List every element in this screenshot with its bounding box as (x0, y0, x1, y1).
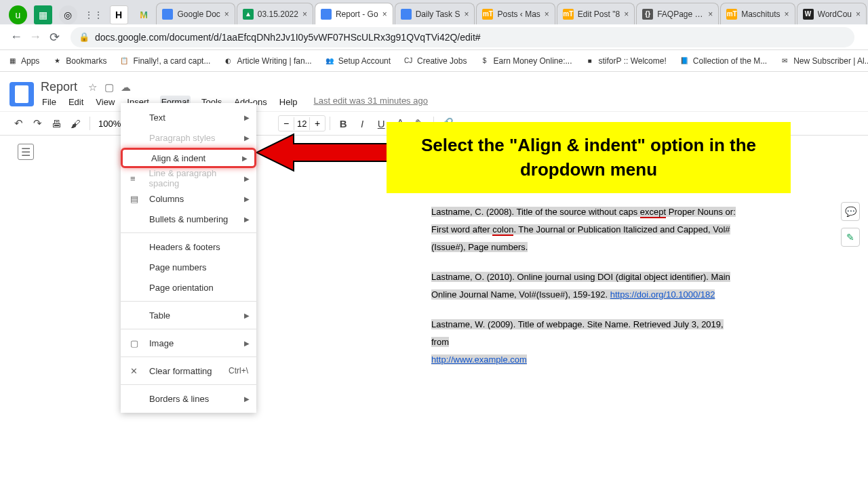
paint-format-button[interactable]: 🖌 (66, 115, 84, 132)
browser-tab[interactable]: Report - Go× (315, 3, 393, 24)
submenu-arrow-icon: ▶ (244, 216, 250, 223)
format-clear-formatting[interactable]: ✕Clear formattingCtrl+\ (121, 361, 256, 381)
format-columns[interactable]: ▤Columns▶ (121, 188, 256, 209)
bookmark-item[interactable]: 📘Collection of the M... (679, 56, 767, 66)
forward-button[interactable]: → (26, 28, 45, 47)
add-comment-icon[interactable]: 💬 (841, 202, 860, 221)
browser-tab[interactable]: mTMaschituts× (720, 3, 795, 24)
format-bullets-numbering[interactable]: Bullets & numbering▶ (121, 209, 256, 229)
close-icon[interactable]: × (302, 9, 307, 19)
last-edit-info[interactable]: Last edit was 31 minutes ago (314, 96, 428, 108)
close-icon[interactable]: × (785, 9, 789, 19)
bookmark-item[interactable]: 📋Finally!, a card capt... (119, 56, 210, 66)
browser-tab[interactable]: mTEdit Post "8× (557, 3, 635, 24)
outline-toggle-icon[interactable]: ☰ (18, 144, 34, 160)
upwork-icon[interactable]: u (9, 5, 27, 24)
close-icon[interactable]: × (624, 9, 629, 19)
move-icon[interactable]: ▢ (104, 81, 117, 94)
app-icon[interactable]: H (110, 5, 128, 24)
close-icon[interactable]: × (382, 9, 387, 19)
browser-tab[interactable]: Daily Task S× (395, 3, 475, 24)
app-icon[interactable]: ◎ (59, 5, 77, 24)
tab-title: Google Doc (177, 9, 220, 19)
doi-link[interactable]: https://doi.org/10.1000/182 (610, 289, 715, 300)
sheets-icon[interactable]: ▦ (34, 5, 52, 24)
bookmark-item[interactable]: CJCreative Jobs (403, 56, 467, 66)
submenu-arrow-icon: ▶ (244, 175, 250, 182)
gmail-icon[interactable]: M (135, 5, 153, 24)
browser-tab[interactable]: WWordCou× (797, 3, 867, 24)
browser-tab[interactable]: {}FAQPage JS× (636, 3, 719, 24)
tab-title: FAQPage JS (657, 9, 704, 19)
menu-edit[interactable]: Edit (67, 96, 85, 108)
back-button[interactable]: ← (7, 28, 26, 47)
format-paragraph-styles[interactable]: Paragraph styles▶ (121, 127, 256, 148)
suggest-edits-icon[interactable]: ✎ (841, 228, 860, 247)
bookmark-item[interactable]: ★Bookmarks (52, 56, 106, 66)
close-icon[interactable]: × (708, 9, 713, 19)
example-link[interactable]: http://www.example.com (431, 354, 527, 365)
close-icon[interactable]: × (224, 9, 229, 19)
format-page-numbers[interactable]: Page numbers (121, 257, 256, 277)
cloud-status-icon[interactable]: ☁ (121, 81, 133, 94)
bookmark-item[interactable]: 👥Setup Account (324, 56, 391, 66)
redo-button[interactable]: ↷ (28, 115, 46, 132)
browser-tab[interactable]: Google Doc× (156, 3, 235, 24)
format-headers-footers[interactable]: Headers & footers (121, 237, 256, 257)
bookmark-icon: ■ (585, 56, 595, 66)
bookmark-icon: CJ (403, 56, 414, 66)
tab-title: Posts ‹ Mas (497, 9, 540, 19)
bookmark-item[interactable]: ◐Article Writing | fan... (222, 56, 311, 66)
app-icon[interactable]: ⋮⋮ (84, 5, 103, 24)
bookmark-icon: ★ (52, 56, 62, 66)
menu-item-icon: ≡ (130, 174, 144, 184)
favicon: mT (726, 9, 737, 20)
format-line-paragraph-spacing[interactable]: ≡Line & paragraph spacing▶ (121, 168, 256, 188)
menu-item-icon: ✕ (130, 366, 144, 376)
print-button[interactable]: 🖶 (47, 115, 65, 132)
browser-tab[interactable]: ▲03.15.2022× (237, 3, 313, 24)
close-icon[interactable]: × (464, 9, 469, 19)
tab-title: Report - Go (336, 9, 378, 19)
menu-file[interactable]: File (41, 96, 58, 108)
document-body[interactable]: Lastname, C. (2008). Title of the source… (431, 203, 743, 381)
bookmark-icon: ✉ (779, 56, 790, 66)
undo-button[interactable]: ↶ (9, 115, 27, 132)
annotation-arrow (256, 129, 392, 176)
bookmark-icon: 📋 (119, 56, 130, 66)
menu-view[interactable]: View (94, 96, 116, 108)
bookmark-item[interactable]: $Earn Money Online:... (479, 56, 572, 66)
bookmark-icon: 👥 (324, 56, 335, 66)
bookmark-item[interactable]: ■stiforP :: Welcome! (585, 56, 667, 66)
font-size-value[interactable]: 12 (294, 117, 310, 130)
format-text[interactable]: Text▶ (121, 107, 256, 127)
menu-help[interactable]: Help (278, 96, 299, 108)
annotation-callout: Select the "Align & indent" option in th… (387, 122, 791, 193)
format-page-orientation[interactable]: Page orientation (121, 277, 256, 298)
docs-logo-icon[interactable] (9, 82, 34, 106)
bookmark-item[interactable]: ▦Apps (7, 56, 39, 66)
bookmark-item[interactable]: ✉New Subscriber | Al... (779, 56, 868, 66)
close-icon[interactable]: × (856, 9, 861, 19)
format-image[interactable]: ▢Image▶ (121, 333, 256, 353)
close-icon[interactable]: × (545, 9, 549, 19)
url-text: docs.google.com/document/d/1aaEfcqDNh2Jv… (95, 32, 481, 43)
browser-tab[interactable]: mTPosts ‹ Mas× (476, 3, 555, 24)
tab-title: Maschituts (741, 9, 780, 19)
format-borders-lines[interactable]: Borders & lines▶ (121, 388, 256, 409)
tab-title: 03.15.2022 (258, 9, 298, 19)
shortcut-label: Ctrl+\ (229, 366, 248, 375)
favicon: {} (642, 9, 653, 20)
favicon: W (803, 9, 814, 20)
star-icon[interactable]: ☆ (88, 81, 100, 94)
favicon (321, 9, 332, 20)
format-table[interactable]: Table▶ (121, 305, 256, 325)
format-align-indent[interactable]: Align & indent▶ (121, 148, 256, 168)
submenu-arrow-icon: ▶ (244, 114, 250, 121)
lock-icon: 🔒 (79, 32, 90, 42)
url-field[interactable]: 🔒 docs.google.com/document/d/1aaEfcqDNh2… (71, 27, 854, 47)
document-title[interactable]: Report (41, 80, 77, 94)
favicon (401, 9, 412, 20)
reload-button[interactable]: ⟳ (45, 28, 64, 47)
tab-title: Edit Post "8 (578, 9, 620, 19)
